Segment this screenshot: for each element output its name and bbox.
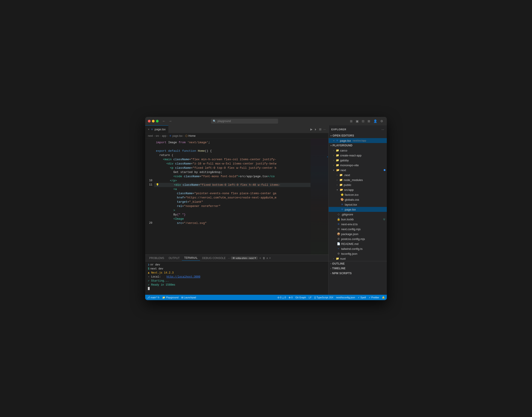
status-language[interactable]: {} TypeScript JSX: [314, 296, 333, 299]
file-readme[interactable]: 📄 README.md: [329, 241, 387, 246]
tab-terminal[interactable]: TERMINAL: [182, 255, 200, 261]
file-package-json[interactable]: 📦 package.json: [329, 231, 387, 236]
breadcrumb-next[interactable]: next: [148, 134, 153, 137]
line-num: [145, 208, 154, 212]
status-errors[interactable]: ⊘ 0 △ 0: [277, 296, 286, 299]
folder-src-app[interactable]: ▾ 📂 src/app: [329, 187, 387, 192]
minimize-button[interactable]: [152, 120, 155, 123]
tab-bar: × ⚛ page.tsx ▶ ⏵ ⊞ ···: [145, 125, 328, 133]
status-tsconfig[interactable]: next/tsconfig.json: [336, 296, 355, 299]
search-bar[interactable]: 🔍 playground: [211, 119, 278, 124]
folder-next[interactable]: ▾ 📂 next: [329, 167, 387, 173]
chevron-right-icon: ›: [333, 154, 334, 157]
sidebar-more-icon[interactable]: ···: [381, 128, 384, 131]
file-name: tsconfig.json: [341, 252, 357, 255]
tab-page-tsx[interactable]: × ⚛ page.tsx: [145, 125, 168, 133]
file-tailwind-config[interactable]: ~ tailwind.config.ts: [329, 246, 387, 251]
back-button[interactable]: ←: [161, 119, 167, 124]
branch-icon: ⎇: [147, 296, 150, 299]
file-page-tsx[interactable]: ⚛ page.tsx: [329, 207, 387, 212]
section-npm-scripts[interactable]: › NPM SCRIPTS: [329, 271, 387, 276]
tab-debug-console[interactable]: DEBUG CONSOLE: [200, 256, 228, 261]
chevron-right-icon: ›: [337, 174, 337, 176]
line-num: [145, 153, 154, 157]
panel-more-icon[interactable]: ···: [228, 257, 230, 260]
section-outline-label: OUTLINE: [332, 262, 345, 265]
open-file-close-icon[interactable]: ×: [333, 139, 335, 142]
file-tsconfig[interactable]: ⚙ tsconfig.json: [329, 251, 387, 256]
status-git-graph[interactable]: Git Graph: [295, 296, 306, 299]
close-button[interactable]: [148, 120, 151, 123]
tsconfig-label: next/tsconfig.json: [336, 296, 355, 299]
breadcrumb-file[interactable]: page.tsx: [173, 134, 183, 137]
debug-run-icon[interactable]: ⏵: [314, 127, 318, 131]
terminal-selector[interactable]: ⊞ volta-shim - next ▾: [231, 257, 258, 260]
folder-gatsby[interactable]: › 📁 gatsby: [329, 158, 387, 163]
status-branch[interactable]: ⎇ main* ↻: [147, 296, 160, 299]
terminal-close-icon[interactable]: ×: [269, 257, 271, 260]
status-launchpad[interactable]: ⊞ Launchpad: [181, 296, 196, 299]
open-file-page-tsx[interactable]: × ⚛ page.tsx next/src/app: [329, 138, 387, 143]
folder-create-react-app[interactable]: › 📁 create-react-app: [329, 153, 387, 158]
run-icon[interactable]: ▶: [309, 127, 314, 131]
tsx-file-icon: ⚛: [335, 139, 339, 142]
status-spell[interactable]: ✓ Spell: [358, 296, 366, 299]
code-content: import Image from 'next/image'; export d…: [154, 139, 311, 255]
panel-icon[interactable]: ⊟: [361, 119, 365, 123]
split-editor-icon[interactable]: ⊞: [318, 127, 322, 131]
file-bun-lockb[interactable]: 🔒 bun.lockb U: [329, 217, 387, 222]
status-notifications[interactable]: 🔔: [382, 296, 385, 299]
status-info-count[interactable]: ⊕ 0: [289, 296, 293, 299]
folder-next-next[interactable]: › 📁 .next: [329, 173, 387, 177]
terminal-content[interactable]: ❯ nr dev $ next dev ▲ Next.js 14.2.3 - L…: [145, 261, 328, 295]
folder-monorepo-vite[interactable]: › 📁 monorepo-vite: [329, 163, 387, 167]
file-gitignore[interactable]: ◇ .gitignore: [329, 212, 387, 217]
sidebar-toggle-icon[interactable]: ⊞: [349, 119, 353, 123]
breadcrumb-app[interactable]: app: [162, 134, 166, 137]
file-next-config[interactable]: ⚙ next.config.mjs: [329, 227, 387, 231]
status-bar: ⎇ main* ↻ 📁 Playground ⊞ Launchpad ⊘ 0 △…: [145, 295, 387, 300]
layout-icon[interactable]: ▣: [355, 119, 359, 123]
forward-button[interactable]: →: [168, 119, 173, 124]
file-layout-tsx[interactable]: ⚛ layout.tsx: [329, 202, 387, 207]
special-folder-icon: 📁: [339, 173, 343, 177]
tab-output[interactable]: OUTPUT: [166, 256, 182, 261]
folder-node-modules[interactable]: › 📁 node_modules: [329, 177, 387, 182]
section-timeline[interactable]: › TIMELINE: [329, 266, 387, 271]
settings-icon[interactable]: ⚙: [380, 119, 384, 123]
section-outline[interactable]: › OUTLINE: [329, 261, 387, 266]
section-open-editors[interactable]: ▾ OPEN EDITORS: [329, 133, 387, 138]
folder-public[interactable]: › 📁 public: [329, 182, 387, 187]
file-postcss-config[interactable]: ⚙ postcss.config.mjs: [329, 236, 387, 241]
status-workspace[interactable]: 📁 Playground: [162, 296, 179, 299]
terminal-up-icon[interactable]: ∧: [266, 257, 268, 260]
file-globals-css[interactable]: 🎨 globals.css: [329, 197, 387, 202]
status-prettier[interactable]: ✓ Prettier: [369, 296, 379, 299]
section-playground[interactable]: ▾ PLAYGROUND: [329, 143, 387, 148]
folder-carco[interactable]: › 📁 carco: [329, 148, 387, 153]
line-num: [145, 200, 154, 204]
term-line: ✓ Ready in 1588ms: [148, 283, 326, 287]
terminal-add-icon[interactable]: ＋: [259, 256, 262, 260]
breadcrumb-src[interactable]: src: [156, 134, 159, 137]
modified-indicator: [384, 169, 385, 171]
chevron-right-icon: ›: [330, 272, 331, 275]
account-icon[interactable]: 👤: [372, 119, 378, 123]
breadcrumb-function[interactable]: Home: [188, 134, 195, 137]
term-url[interactable]: http://localhost:3000: [166, 275, 200, 279]
tab-problems[interactable]: PROBLEMS: [147, 256, 166, 261]
traffic-lights: [148, 120, 159, 123]
tab-close-icon[interactable]: ×: [148, 128, 150, 131]
maximize-button[interactable]: [156, 120, 159, 123]
folder-nuxt[interactable]: › 📁 nuxt: [329, 256, 387, 261]
code-line: <Image: [154, 217, 311, 221]
status-line-ending[interactable]: LF: [309, 296, 312, 299]
file-favicon[interactable]: ⭐ favicon.ico: [329, 192, 387, 197]
more-actions-icon[interactable]: ···: [322, 127, 327, 131]
folder-name: src/app: [344, 188, 354, 191]
code-editor[interactable]: 10 11 20 import Image from 'next/image';: [145, 139, 328, 255]
open-file-path: next/src/app: [353, 139, 366, 142]
extensions-icon[interactable]: ⊠: [367, 119, 371, 123]
terminal-trash-icon[interactable]: 🗑: [263, 257, 265, 260]
file-next-env[interactable]: ⚛ next-env.d.ts: [329, 222, 387, 227]
